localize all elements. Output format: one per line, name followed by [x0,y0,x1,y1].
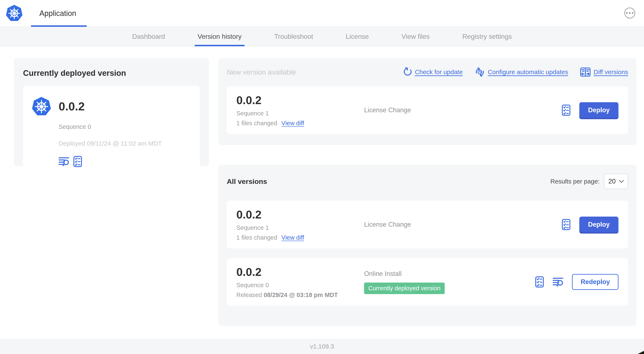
view-config-icon[interactable] [535,276,544,288]
new-version-section: New version available Check for update C… [218,58,636,145]
files-changed-label: 1 files changed [236,120,277,127]
currently-deployed-badge: Currently deployed version [364,282,445,294]
view-config-icon[interactable] [73,156,82,167]
check-for-update-label: Check for update [415,69,462,76]
schedule-update-icon [475,67,485,77]
kubernetes-logo-icon [32,95,52,117]
app-title: Application [39,9,76,18]
deployed-timestamp: Deployed 09/11/24 @ 11:02 am MDT [58,140,191,147]
version-source: License Change [364,221,562,228]
released-label: Released [236,291,262,298]
diff-icon [580,68,590,77]
kubernetes-logo-icon [6,3,23,23]
diff-versions-link[interactable]: Diff versions [580,68,628,77]
view-config-icon[interactable] [562,219,570,230]
diff-versions-label: Diff versions [594,69,628,76]
tab-version-history[interactable]: Version history [198,27,242,46]
version-number: 0.0.2 [236,208,364,221]
configure-automatic-updates-link[interactable]: Configure automatic updates [475,67,568,77]
all-versions-title: All versions [227,177,267,186]
deployed-version-number: 0.0.2 [58,100,85,113]
console-version: v1.109.3 [310,343,334,350]
tab-registry-settings[interactable]: Registry settings [462,27,512,46]
version-sequence: Sequence 0 [236,282,364,289]
all-versions-section: All versions Results per page: 20 0.0.2 … [218,165,636,326]
released-timestamp: 08/29/24 @ 03:18 pm MDT [264,291,338,298]
cursor-artifact [638,351,644,354]
version-source: License Change [364,106,562,114]
footer: v1.109.3 [0,339,644,354]
tab-view-files[interactable]: View files [402,27,430,46]
top-header: Application [0,0,644,27]
tab-license[interactable]: License [346,27,369,46]
nav-tabs: Dashboard Version history Troubleshoot L… [0,27,644,46]
view-diff-link[interactable]: View diff [282,234,304,241]
configure-automatic-updates-label: Configure automatic updates [488,69,568,76]
view-config-icon[interactable] [562,105,570,116]
results-per-page-label: Results per page: [550,178,600,185]
chevron-down-icon [619,180,624,183]
deploy-button[interactable]: Deploy [579,102,618,118]
new-version-card: 0.0.2 Sequence 1 1 files changed View di… [227,86,628,134]
version-row: 0.0.2 Sequence 1 1 files changed View di… [227,201,628,248]
results-per-page-value: 20 [608,178,616,185]
view-logs-icon[interactable] [553,277,563,287]
redeploy-button[interactable]: Redeploy [572,274,618,290]
view-diff-link[interactable]: View diff [282,120,304,127]
check-for-update-link[interactable]: Check for update [402,67,462,77]
version-sequence: Sequence 1 [236,110,364,117]
ellipsis-icon[interactable] [624,8,635,19]
currently-deployed-title: Currently deployed version [23,69,200,78]
view-logs-icon[interactable] [58,157,69,166]
currently-deployed-panel: Currently deployed version 0.0.2 Sequenc… [14,58,209,166]
new-version-title: New version available [227,68,296,76]
deployed-version-card: 0.0.2 Sequence 0 Deployed 09/11/24 @ 11:… [23,86,200,176]
results-per-page-select[interactable]: 20 [604,174,628,189]
version-row: 0.0.2 Sequence 0 Released 08/29/24 @ 03:… [227,258,628,306]
deployed-sequence: Sequence 0 [58,123,191,130]
version-number: 0.0.2 [236,94,364,107]
version-number: 0.0.2 [236,265,364,278]
tab-dashboard[interactable]: Dashboard [132,27,165,46]
tab-troubleshoot[interactable]: Troubleshoot [274,27,313,46]
refresh-icon [402,67,412,77]
app-tab[interactable]: Application [31,0,84,27]
version-sequence: Sequence 1 [236,224,364,231]
version-source: Online Install [364,270,535,277]
files-changed-label: 1 files changed [236,234,277,241]
app-tab-active-indicator [31,25,87,27]
deploy-button[interactable]: Deploy [579,217,618,232]
